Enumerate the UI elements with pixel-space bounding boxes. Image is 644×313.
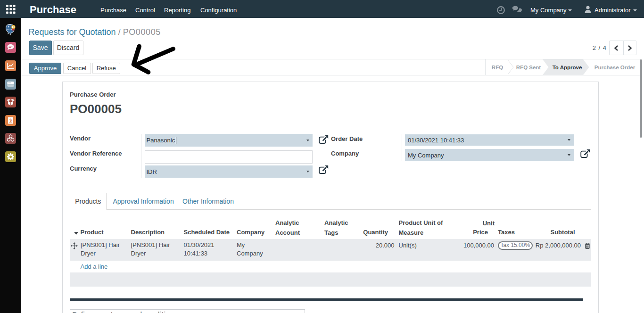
svg-text:$: $ (9, 117, 12, 122)
